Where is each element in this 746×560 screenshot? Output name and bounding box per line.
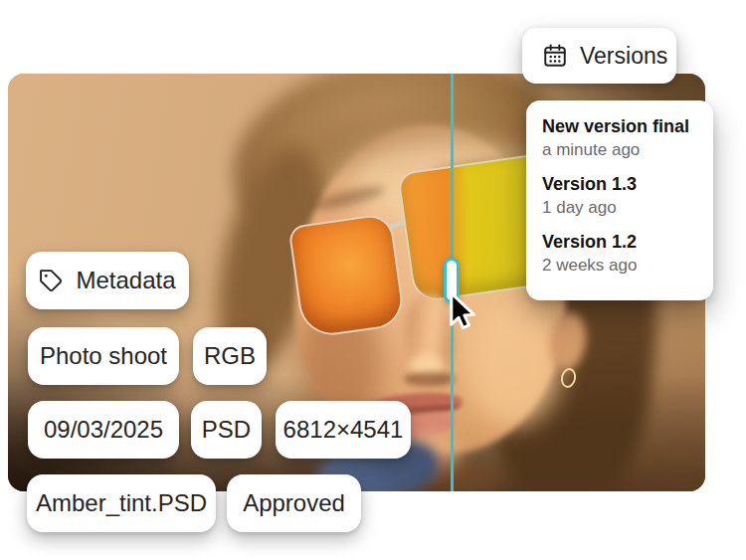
version-item[interactable]: Version 1.2 2 weeks ago: [542, 231, 697, 276]
metadata-button[interactable]: Metadata: [26, 252, 189, 309]
compare-slider-handle[interactable]: [444, 258, 460, 303]
chip-status-label: Approved: [243, 489, 345, 517]
chip-project-label: Photo shoot: [40, 342, 167, 370]
versions-button[interactable]: Versions: [522, 28, 676, 84]
chip-date-label: 09/03/2025: [44, 416, 163, 444]
chip-dimensions[interactable]: 6812×4541: [276, 401, 411, 459]
photo-nostril-shadow: [404, 372, 456, 386]
version-name: New version final: [542, 115, 697, 137]
sunglasses-lens-left: [287, 213, 406, 339]
chip-filename[interactable]: Amber_tint.PSD: [27, 474, 216, 532]
chip-color-mode[interactable]: RGB: [193, 327, 267, 385]
chip-filename-label: Amber_tint.PSD: [36, 489, 207, 517]
chip-project[interactable]: Photo shoot: [28, 327, 179, 385]
version-item[interactable]: New version final a minute ago: [542, 115, 697, 160]
version-name: Version 1.3: [542, 173, 697, 195]
version-name: Version 1.2: [542, 231, 697, 253]
calendar-icon: [542, 43, 568, 69]
tag-icon: [39, 269, 64, 293]
chip-format-label: PSD: [202, 416, 251, 444]
version-time: 1 day ago: [542, 197, 697, 218]
asset-detail-canvas: Versions New version final a minute ago …: [0, 0, 746, 560]
version-item[interactable]: Version 1.3 1 day ago: [542, 173, 697, 218]
versions-button-label: Versions: [580, 43, 667, 70]
version-time: 2 weeks ago: [542, 255, 697, 276]
chip-date[interactable]: 09/03/2025: [28, 401, 179, 459]
versions-panel: New version final a minute ago Version 1…: [526, 100, 713, 300]
metadata-button-label: Metadata: [76, 267, 175, 294]
chip-color-mode-label: RGB: [204, 342, 256, 370]
chip-status[interactable]: Approved: [227, 474, 361, 532]
chip-dimensions-label: 6812×4541: [283, 416, 404, 444]
chip-format[interactable]: PSD: [191, 401, 262, 459]
version-time: a minute ago: [542, 139, 697, 160]
